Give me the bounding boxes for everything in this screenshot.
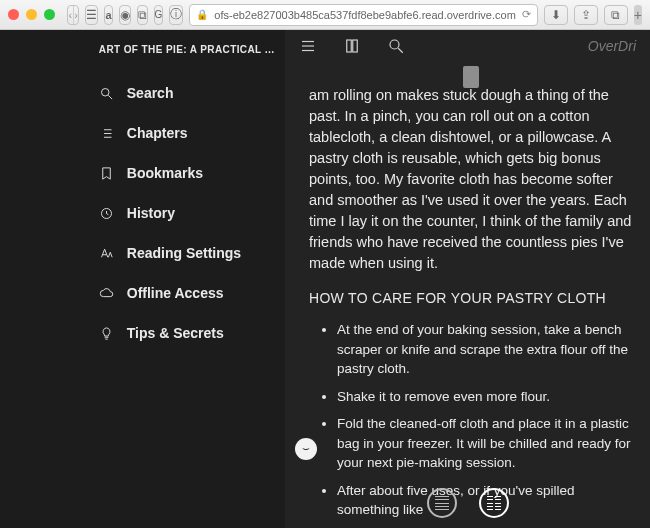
search-icon[interactable] xyxy=(387,37,405,55)
list-icon xyxy=(99,126,115,141)
sidebar: ART OF THE PIE: A PRACTICAL … Search Cha… xyxy=(0,30,285,528)
downloads-button[interactable]: ⬇ xyxy=(544,5,568,25)
sidebar-item-reading-settings[interactable]: Reading Settings xyxy=(99,233,275,273)
sidebar-item-label: Tips & Secrets xyxy=(127,325,224,341)
reload-icon[interactable]: ⟳ xyxy=(522,8,531,21)
new-tab-button[interactable]: + xyxy=(634,5,642,25)
brand-label: OverDri xyxy=(588,38,636,54)
pinterest-shortcut[interactable]: ◉ xyxy=(119,5,131,25)
two-page-view[interactable] xyxy=(479,488,509,518)
content-pane: OverDri am rolling on makes stuck dough … xyxy=(285,30,650,528)
sidebar-item-label: History xyxy=(127,205,175,221)
sidebar-item-bookmarks[interactable]: Bookmarks xyxy=(99,153,275,193)
browser-chrome: ‹ › ☰ a ◉ ⧉ G ⓘ 🔒 ofs-eb2e827003b485ca53… xyxy=(0,0,650,30)
shortcut-g[interactable]: G xyxy=(154,5,164,25)
forward-button[interactable]: › xyxy=(74,6,79,24)
lock-icon: 🔒 xyxy=(196,9,208,20)
progress-thumb[interactable] xyxy=(463,66,479,88)
list-item: At the end of your baking session, take … xyxy=(337,320,632,379)
maximize-window[interactable] xyxy=(44,9,55,20)
sidebar-item-label: Search xyxy=(127,85,174,101)
sidebar-item-label: Offline Access xyxy=(127,285,224,301)
lightbulb-icon xyxy=(99,326,115,341)
view-toggle xyxy=(427,488,509,518)
sidebar-menu: Search Chapters Bookmarks History Readin… xyxy=(99,73,275,353)
section-heading: HOW TO CARE FOR YOUR PASTRY CLOTH xyxy=(309,288,632,308)
font-icon xyxy=(99,246,115,261)
body-paragraph: am rolling on makes stuck dough a thing … xyxy=(309,85,632,274)
sidebar-item-label: Bookmarks xyxy=(127,165,203,181)
search-icon xyxy=(99,86,115,101)
menu-icon[interactable] xyxy=(299,37,317,55)
svg-rect-14 xyxy=(353,40,358,52)
book-title: ART OF THE PIE: A PRACTICAL … xyxy=(99,44,275,73)
close-window[interactable] xyxy=(8,9,19,20)
tabs-button[interactable]: ⧉ xyxy=(604,5,628,25)
sidebar-item-label: Chapters xyxy=(127,125,188,141)
history-icon xyxy=(99,206,115,221)
reader-body: am rolling on makes stuck dough a thing … xyxy=(285,63,650,529)
svg-rect-13 xyxy=(347,40,352,52)
address-bar[interactable]: 🔒 ofs-eb2e827003b485ca537fdf8ebe9abfe6.r… xyxy=(189,4,538,26)
amazon-shortcut[interactable]: a xyxy=(104,5,112,25)
svg-point-15 xyxy=(390,40,399,49)
svg-point-0 xyxy=(102,88,110,96)
sidebar-item-search[interactable]: Search xyxy=(99,73,275,113)
share-button[interactable]: ⇪ xyxy=(574,5,598,25)
reader-app: ART OF THE PIE: A PRACTICAL … Search Cha… xyxy=(0,30,650,528)
list-item: Fold the cleaned-off cloth and place it … xyxy=(337,414,632,473)
list-item: Shake it to remove even more flour. xyxy=(337,387,632,407)
sidebar-item-history[interactable]: History xyxy=(99,193,275,233)
sidebar-item-chapters[interactable]: Chapters xyxy=(99,113,275,153)
shortcut-info[interactable]: ⓘ xyxy=(169,5,183,25)
bookmark-icon xyxy=(99,166,115,181)
window-controls xyxy=(8,9,55,20)
svg-line-16 xyxy=(398,49,403,54)
sidebar-item-offline-access[interactable]: Offline Access xyxy=(99,273,275,313)
single-page-view[interactable] xyxy=(427,488,457,518)
sidebar-toggle[interactable]: ☰ xyxy=(85,5,98,25)
cloud-icon xyxy=(99,286,115,301)
help-button[interactable] xyxy=(295,438,317,460)
reader-topbar: OverDri xyxy=(285,30,650,63)
svg-line-1 xyxy=(109,95,113,99)
minimize-window[interactable] xyxy=(26,9,37,20)
nav-back-forward: ‹ › xyxy=(67,5,79,25)
sidebar-item-tips[interactable]: Tips & Secrets xyxy=(99,313,275,353)
book-icon[interactable] xyxy=(343,37,361,55)
tabs-shortcut[interactable]: ⧉ xyxy=(137,5,148,25)
url-text: ofs-eb2e827003b485ca537fdf8ebe9abfe6.rea… xyxy=(214,9,516,21)
sidebar-item-label: Reading Settings xyxy=(127,245,241,261)
